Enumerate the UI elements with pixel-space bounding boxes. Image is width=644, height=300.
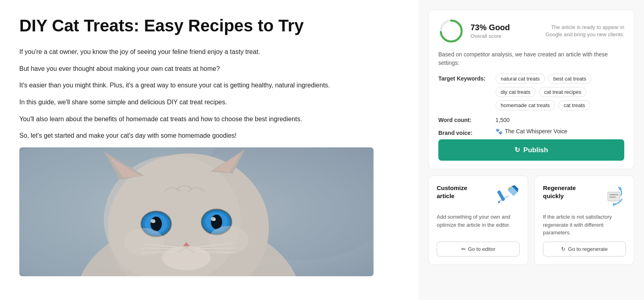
article-image (19, 147, 374, 276)
regenerate-icon-svg (602, 184, 626, 208)
score-card: 73% Good Overall score The article is re… (428, 10, 634, 169)
editor-button-label: Go to editor (468, 246, 495, 252)
svg-point-15 (153, 221, 155, 223)
keywords-tags: natural cat treats best cat treats diy c… (495, 74, 624, 110)
publish-label: Publish (523, 146, 548, 154)
article-para-6: So, let's get started and make your cat'… (19, 130, 399, 141)
go-to-regenerate-button[interactable]: ↻ Go to regenerate (543, 242, 626, 257)
article-para-1: If you're a cat owner, you know the joy … (19, 47, 399, 57)
article-para-5: You'll also learn about the benefits of … (19, 114, 399, 124)
svg-point-22 (213, 219, 216, 221)
publish-icon: ↻ (514, 146, 520, 154)
score-circle (438, 18, 464, 44)
svg-rect-42 (609, 197, 616, 198)
regenerate-card-header: Regenerate quickly (543, 184, 626, 208)
article-body: If you're a cat owner, you know the joy … (19, 47, 399, 141)
cat-image-svg (19, 147, 374, 276)
brand-voice-text: The Cat Whisperer Voice (505, 128, 568, 134)
brand-voice-value: 🐾 The Cat Whisperer Voice (495, 128, 568, 134)
svg-point-33 (208, 226, 249, 254)
brand-voice-row: Brand voice: 🐾 The Cat Whisperer Voice (438, 128, 624, 136)
article-para-4: In this guide, we'll share some simple a… (19, 97, 399, 108)
brand-voice-label: Brand voice: (438, 128, 491, 136)
score-label: 73% Good (471, 23, 537, 32)
customize-card-header: Customize article (437, 184, 520, 208)
word-count-row: Word count: 1,500 (438, 115, 624, 123)
keyword-tag-2: diy cat treats (495, 87, 536, 97)
svg-rect-41 (609, 194, 618, 195)
brand-voice-emoji: 🐾 (495, 128, 502, 134)
article-para-2: But have you ever thought about making y… (19, 64, 399, 74)
score-sublabel: Overall score (471, 33, 537, 39)
customize-card-title: Customize article (437, 184, 485, 200)
go-to-editor-button[interactable]: ✏ Go to editor (437, 242, 520, 257)
keyword-tag-5: cat treats (558, 100, 590, 110)
regenerate-button-label: Go to regenerate (568, 246, 607, 252)
score-info: 73% Good Overall score (471, 23, 537, 39)
customize-card: Customize article Add something of your … (428, 176, 528, 265)
article-para-3: It's easier than you might think. Plus, … (19, 80, 399, 91)
right-panel: 73% Good Overall score The article is re… (419, 0, 644, 300)
score-percent-text: 73% Good (471, 23, 510, 32)
score-donut-svg (438, 18, 464, 44)
keyword-tag-1: best cat treats (548, 74, 592, 84)
svg-point-13 (151, 217, 162, 231)
editor-button-icon: ✏ (461, 246, 466, 252)
regenerate-card: Regenerate quickly If the article is not… (535, 176, 634, 265)
svg-point-32 (124, 228, 164, 256)
keywords-row: Target Keywords: natural cat treats best… (438, 74, 624, 110)
regenerate-card-title: Regenerate quickly (543, 184, 591, 200)
regenerate-button-icon: ↻ (561, 246, 566, 252)
keyword-tag-4: homemade cat treats (495, 100, 555, 110)
score-description-text: The article is ready to appear in Google… (544, 24, 624, 38)
keyword-tag-3: cat treat recipes (539, 87, 587, 97)
action-cards: Customize article Add something of your … (428, 176, 634, 265)
word-count-label: Word count: (438, 115, 491, 123)
article-panel: DIY Cat Treats: Easy Recipes to Try If y… (0, 0, 419, 300)
customize-card-desc: Add something of your own and optimize t… (437, 213, 520, 237)
settings-grid: Target Keywords: natural cat treats best… (438, 74, 624, 136)
score-intro-text: Based on competitor analysis, we have cr… (438, 50, 624, 67)
svg-point-31 (162, 246, 211, 270)
word-count-value: 1,500 (495, 115, 510, 123)
publish-button[interactable]: ↻ Publish (438, 139, 624, 161)
customize-icon-svg (495, 184, 520, 208)
keyword-tag-0: natural cat treats (495, 74, 545, 84)
keywords-label: Target Keywords: (438, 74, 491, 82)
article-title: DIY Cat Treats: Easy Recipes to Try (19, 16, 399, 35)
score-header: 73% Good Overall score The article is re… (438, 18, 624, 44)
regenerate-card-desc: If the article is not satisfactory regen… (543, 213, 626, 237)
svg-point-20 (211, 215, 222, 229)
